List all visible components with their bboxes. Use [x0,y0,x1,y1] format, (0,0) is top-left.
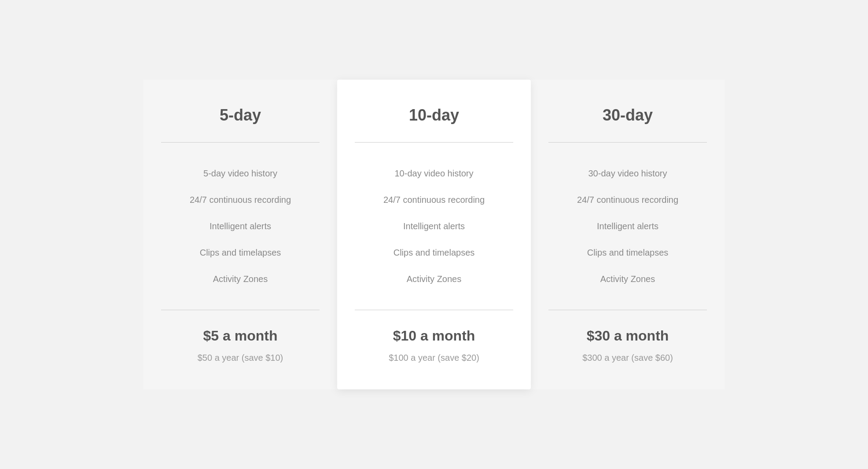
price-yearly: $300 a year (save $60) [582,353,673,363]
feature-item: Clips and timelapses [161,239,320,266]
features-list: 5-day video history24/7 continuous recor… [161,160,320,292]
feature-item: Clips and timelapses [355,239,513,266]
bottom-divider [355,310,513,310]
price-yearly: $100 a year (save $20) [389,353,479,363]
bottom-divider [548,310,707,310]
feature-item: Intelligent alerts [548,213,707,239]
pricing-card-5-day: 5-day5-day video history24/7 continuous … [143,80,337,389]
feature-item: 24/7 continuous recording [548,187,707,213]
plan-title: 10-day [409,106,459,125]
top-divider [355,142,513,143]
feature-item: Activity Zones [548,266,707,292]
bottom-divider [161,310,320,310]
features-list: 30-day video history24/7 continuous reco… [548,160,707,292]
pricing-container: 5-day5-day video history24/7 continuous … [126,80,742,389]
pricing-card-10-day: 10-day10-day video history24/7 continuou… [337,80,531,389]
feature-item: Activity Zones [355,266,513,292]
pricing-card-30-day: 30-day30-day video history24/7 continuou… [531,80,725,389]
top-divider [548,142,707,143]
features-list: 10-day video history24/7 continuous reco… [355,160,513,292]
feature-item: Clips and timelapses [548,239,707,266]
price-monthly: $10 a month [393,328,475,344]
plan-title: 5-day [220,106,261,125]
price-monthly: $5 a month [203,328,278,344]
feature-item: Activity Zones [161,266,320,292]
price-monthly: $30 a month [587,328,669,344]
feature-item: 24/7 continuous recording [161,187,320,213]
feature-item: 24/7 continuous recording [355,187,513,213]
feature-item: 5-day video history [161,160,320,187]
feature-item: Intelligent alerts [355,213,513,239]
top-divider [161,142,320,143]
feature-item: Intelligent alerts [161,213,320,239]
plan-title: 30-day [603,106,653,125]
price-yearly: $50 a year (save $10) [198,353,283,363]
feature-item: 10-day video history [355,160,513,187]
feature-item: 30-day video history [548,160,707,187]
